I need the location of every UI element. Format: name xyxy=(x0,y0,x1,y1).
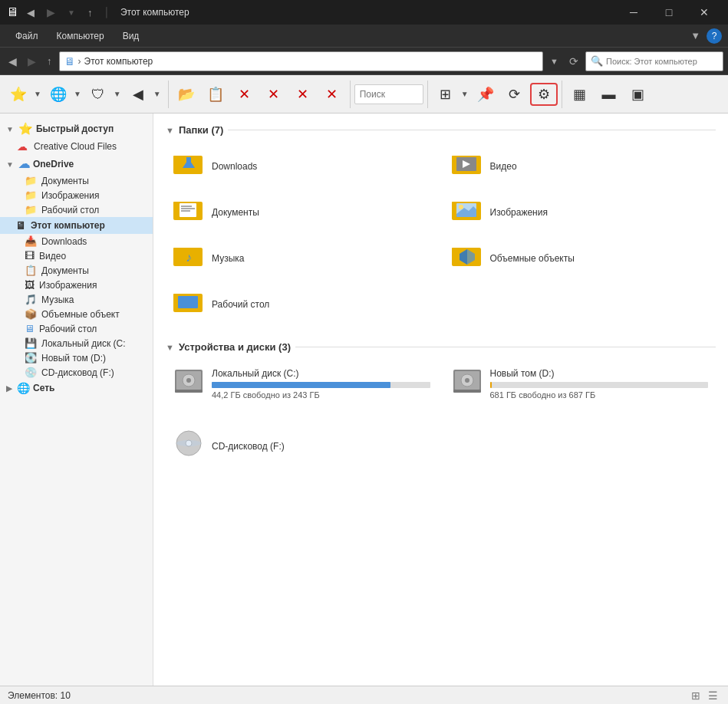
minimize-button[interactable]: ─ xyxy=(616,0,651,25)
sidebar-local-c[interactable]: 💾 Локальный диск (С: xyxy=(0,336,153,350)
cd-f-label: CD-дисковод (F:) xyxy=(41,367,114,378)
tb-move[interactable]: ✕ xyxy=(289,85,317,104)
disk-d[interactable]: Новый том (D:) 681 ГБ свободно из 687 ГБ xyxy=(444,362,716,408)
local-c-icon: 💾 xyxy=(25,337,37,349)
tb-btn-4[interactable]: ◀ xyxy=(124,85,152,104)
tb-view-options[interactable]: ⊞ xyxy=(432,85,460,104)
creative-cloud-label: Creative Cloud Files xyxy=(34,141,117,152)
cd-label: CD-дисковод (F:) xyxy=(212,441,285,452)
sidebar-onedrive[interactable]: ▼ ☁ OneDrive xyxy=(0,155,153,173)
addr-arrow: › xyxy=(78,56,81,67)
addr-refresh[interactable]: ⟳ xyxy=(565,53,582,70)
sidebar-documents[interactable]: 📋 Документы xyxy=(0,263,153,278)
folder-images[interactable]: Изображения xyxy=(444,191,716,234)
tb-open[interactable]: 📂 xyxy=(173,85,200,104)
gear-icon: ⚙ xyxy=(538,87,550,101)
tb-btn3-dropdown[interactable]: ▼ xyxy=(114,90,121,98)
search-input[interactable] xyxy=(606,57,718,66)
status-view-list[interactable]: ☰ xyxy=(706,688,720,703)
tb-btn-3[interactable]: 🛡 xyxy=(84,85,112,104)
od-images-icon: 📁 xyxy=(25,189,37,201)
sidebar-this-computer[interactable]: 🖥 Этот компьютер xyxy=(0,217,153,234)
menu-file[interactable]: Файл xyxy=(6,28,48,44)
tb-btn2-dropdown[interactable]: ▼ xyxy=(74,90,81,98)
menu-view[interactable]: Вид xyxy=(114,28,149,44)
sidebar-quick-access[interactable]: ▼ ⭐ Быстрый доступ xyxy=(0,120,153,138)
nav-up-title[interactable]: ↑ xyxy=(84,5,97,21)
close-button[interactable]: ✕ xyxy=(687,0,722,25)
nav-up[interactable]: ↑ xyxy=(43,53,56,69)
nav-forward[interactable]: ▶ xyxy=(24,53,40,70)
title-bar-left: 🖥 ◀ ▶ ▼ ↑ │ Этот компьютер xyxy=(6,4,189,21)
disk-d-bar-fill xyxy=(490,382,492,388)
menu-bar: Файл Компьютер Вид ▼ ? xyxy=(0,25,728,48)
toolbar: ⭐ ▼ 🌐 ▼ 🛡 ▼ ◀ ▼ 📂 📋 ✕ ✕ ✕ ✕ ⊞ ▼ 📌 ⟳ xyxy=(0,75,728,113)
sidebar-od-images[interactable]: 📁 Изображения xyxy=(0,188,153,202)
tb-settings[interactable]: ⚙ xyxy=(530,83,558,106)
documents-icon: 📋 xyxy=(25,265,37,276)
devices-chevron[interactable]: ▼ xyxy=(166,343,174,352)
tb-rename[interactable]: ✕ xyxy=(260,85,288,104)
nav-back-title[interactable]: ◀ xyxy=(23,5,38,21)
net-chevron: ▶ xyxy=(6,384,12,393)
tb-panel-toggle[interactable]: ▦ xyxy=(566,85,594,104)
tb-layout-2[interactable]: ▬ xyxy=(595,85,623,104)
tb-layout-3[interactable]: ▣ xyxy=(624,85,652,104)
menu-chevron[interactable]: ▼ xyxy=(690,30,700,41)
folder-downloads-label: Downloads xyxy=(212,161,257,172)
content-area: ▼ Папки (7) Downloads xyxy=(153,113,728,686)
tb-share[interactable]: ✕ xyxy=(318,85,346,104)
quick-access-icon: ⭐ xyxy=(18,122,33,136)
folder-documents[interactable]: Документы xyxy=(166,191,438,234)
cd-drive[interactable]: CD-дисковод (F:) xyxy=(166,423,716,469)
menu-computer[interactable]: Компьютер xyxy=(48,28,114,44)
folder-3d[interactable]: Объемные объекты xyxy=(444,237,716,280)
od-images-label: Изображения xyxy=(41,190,99,201)
tb-delete[interactable]: ✕ xyxy=(231,85,259,104)
sidebar-volume-d[interactable]: 💽 Новый том (D:) xyxy=(0,350,153,365)
tb-pin[interactable]: 📌 xyxy=(472,85,499,104)
folder-downloads[interactable]: Downloads xyxy=(166,145,438,188)
sidebar-desktop[interactable]: 🖥 Рабочий стол xyxy=(0,321,153,336)
tb-btn-2[interactable]: 🌐 xyxy=(44,85,72,104)
folder-3d-label: Объемные объекты xyxy=(490,253,575,264)
sidebar-network[interactable]: ▶ 🌐 Сеть xyxy=(0,380,153,396)
folder-video[interactable]: Видео xyxy=(444,145,716,188)
addr-chevron[interactable]: ▼ xyxy=(546,54,562,68)
toolbar-search-input[interactable] xyxy=(354,84,423,104)
folder-desktop[interactable]: Рабочий стол xyxy=(166,283,438,326)
tb-copy[interactable]: 📋 xyxy=(202,85,229,104)
tb-refresh[interactable]: ⟳ xyxy=(501,85,529,104)
window-icon: 🖥 xyxy=(6,5,18,19)
network-icon: 🌐 xyxy=(17,382,30,394)
sidebar-item-creative-cloud[interactable]: ☁ Creative Cloud Files xyxy=(0,138,153,155)
sidebar-3d[interactable]: 📦 Объемные объект xyxy=(0,307,153,321)
nav-down-title[interactable]: ▼ xyxy=(64,6,79,19)
sidebar-od-desktop[interactable]: 📁 Рабочий стол xyxy=(0,202,153,217)
disk-c[interactable]: Локальный диск (C:) 44,2 ГБ свободно из … xyxy=(166,362,438,408)
sidebar-cd-f[interactable]: 💿 CD-дисковод (F:) xyxy=(0,365,153,380)
address-input[interactable]: 🖥 › Этот компьютер xyxy=(59,51,544,71)
address-bar: ◀ ▶ ↑ 🖥 › Этот компьютер ▼ ⟳ 🔍 xyxy=(0,48,728,75)
nav-forward-title[interactable]: ▶ xyxy=(43,4,59,21)
sidebar-video[interactable]: 🎞 Видео xyxy=(0,248,153,263)
sidebar-music[interactable]: 🎵 Музыка xyxy=(0,292,153,307)
status-view-grid[interactable]: ⊞ xyxy=(689,688,703,703)
maximize-button[interactable]: □ xyxy=(651,0,687,25)
menu-help[interactable]: ? xyxy=(707,28,722,44)
tb-view-dropdown[interactable]: ▼ xyxy=(461,90,469,98)
folder-music[interactable]: ♪ Музыка xyxy=(166,237,438,280)
nav-back[interactable]: ◀ xyxy=(5,53,21,70)
sidebar-images[interactable]: 🖼 Изображения xyxy=(0,278,153,292)
sidebar-od-documents[interactable]: 📁 Документы xyxy=(0,173,153,188)
tb-fav-dropdown[interactable]: ▼ xyxy=(34,90,41,98)
tb-divider-1 xyxy=(168,81,169,108)
folders-chevron[interactable]: ▼ xyxy=(166,126,174,135)
tb-favorites[interactable]: ⭐ xyxy=(5,85,32,104)
folder-3d-icon xyxy=(452,243,483,274)
tb-divider-3 xyxy=(427,81,428,108)
tb-btn4-dropdown[interactable]: ▼ xyxy=(153,90,161,98)
sidebar-downloads[interactable]: 📥 Downloads xyxy=(0,234,153,248)
disk-c-name: Локальный диск (C:) xyxy=(212,368,430,379)
svg-rect-31 xyxy=(175,390,203,393)
